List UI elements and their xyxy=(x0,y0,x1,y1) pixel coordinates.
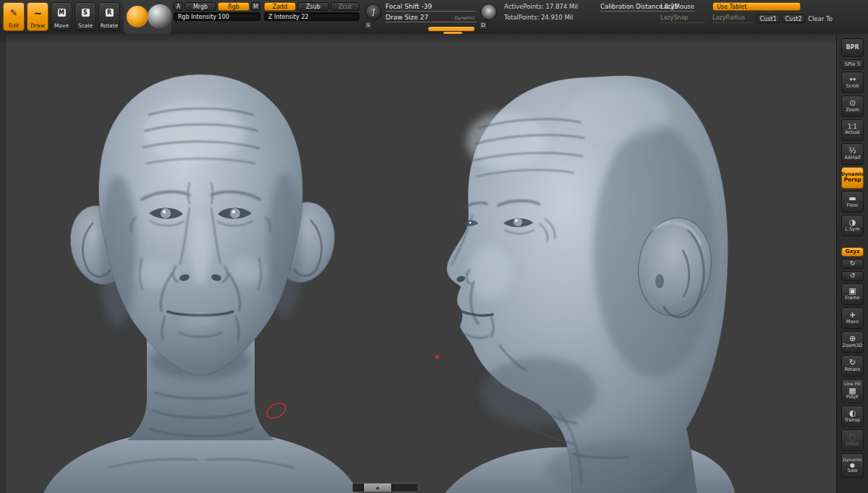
sidebar-frame-button[interactable]: ▣ Frame xyxy=(841,283,864,305)
sidebar-solo-button[interactable]: Dynamic ● Solo xyxy=(841,453,864,478)
sidebar-lsym-button[interactable]: ◑ L.Sym xyxy=(841,215,864,236)
color-a-button[interactable]: A xyxy=(174,2,183,11)
sidebar-bpr-button[interactable]: BPR xyxy=(841,38,864,57)
use-tablet-button[interactable]: Use Tablet xyxy=(712,2,801,11)
cust2-button[interactable]: Cust2 xyxy=(782,14,805,23)
brush-cursor xyxy=(264,400,288,421)
zbrush-app: ✎ Edit ~ Draw M Move S Scale R Rotate A … xyxy=(0,0,868,493)
scale-label: Scale xyxy=(78,23,93,29)
brush-icon: ~ xyxy=(33,3,42,23)
total-points-readout: TotalPoints: 24.910 Mil xyxy=(504,14,573,21)
sidebar-transp-button[interactable]: ◐ Transp xyxy=(841,406,864,427)
scrollbar-handle-icon: ◆ xyxy=(376,485,380,490)
alpha-icon[interactable] xyxy=(480,4,497,20)
zoom3d-label: Zoom3D xyxy=(843,343,863,348)
z-intensity-slider[interactable]: Z Intensity 22 xyxy=(264,12,359,21)
rgb-button[interactable]: Rgb xyxy=(218,2,250,11)
top-shelf: ✎ Edit ~ Draw M Move S Scale R Rotate A … xyxy=(0,0,868,35)
sidebar-zoom3d-button[interactable]: ⊕ Zoom3D xyxy=(841,331,864,353)
rotate-icon: R xyxy=(106,3,114,23)
aahalf-label: AAHalf xyxy=(844,155,860,160)
sidebar-persp-button[interactable]: Dynamic Persp xyxy=(841,167,864,189)
active-points-readout: ActivePoints: 17.874 Mil xyxy=(504,3,578,10)
gxyz-label: Gxyz xyxy=(845,249,859,255)
alpha-badge: D xyxy=(479,21,488,30)
lsym-label: L.Sym xyxy=(846,227,860,232)
stroke-icon[interactable]: ∫ xyxy=(365,4,382,20)
spix-label: SPix 3 xyxy=(845,61,860,67)
stroke-start-marker xyxy=(435,355,439,359)
scale-button[interactable]: S Scale xyxy=(75,2,96,31)
scale-icon: S xyxy=(82,3,90,23)
scroll-label: Scroll xyxy=(846,84,859,89)
sidebar-gxyz-button[interactable]: Gxyz xyxy=(841,247,864,257)
rotate-badge: R xyxy=(106,9,114,17)
scrollbar-left-button[interactable] xyxy=(353,484,364,492)
canvas-scrollbar[interactable]: ◆ xyxy=(352,483,419,492)
sidebar-rotate-cw-button[interactable]: ↻ xyxy=(841,259,864,269)
sidebar-ghost-button[interactable]: ◌ Ghost xyxy=(841,429,864,451)
zoom-label: Zoom xyxy=(846,108,859,113)
right-shelf: BPR SPix 3 ↔ Scroll ⊙ Zoom 1:1 Actual ½ … xyxy=(836,34,868,493)
rotate-button[interactable]: R Rotate xyxy=(98,2,120,31)
sidebar-scroll-button[interactable]: ↔ Scroll xyxy=(841,72,864,93)
sidebar-floor-button[interactable]: ▬ Floor xyxy=(841,191,864,213)
draw-size-indicator-bar xyxy=(428,27,475,31)
edit-pencil-icon: ✎ xyxy=(10,3,17,23)
scrollbar-handle[interactable]: ◆ xyxy=(364,484,392,492)
frame-label: Frame xyxy=(845,296,859,301)
draw-button[interactable]: ~ Draw xyxy=(27,2,48,31)
stroke-badge: S xyxy=(364,21,373,30)
zadd-button[interactable]: Zadd xyxy=(264,2,296,11)
lazy-snap-slider[interactable]: LazySnap xyxy=(660,14,705,23)
m-button[interactable]: M xyxy=(251,2,260,11)
zcut-button[interactable]: Zcut xyxy=(331,2,359,11)
tool-material-well xyxy=(124,0,171,34)
sidebar-move3d-button[interactable]: + Move xyxy=(841,307,864,329)
floor-label: Floor xyxy=(846,203,858,208)
scale-badge: S xyxy=(82,9,90,17)
sidebar-polyframe-button[interactable]: Line Fill ▦ PolyF xyxy=(841,379,864,403)
bpr-label: BPR xyxy=(846,44,859,51)
current-tool-sphere-icon[interactable] xyxy=(127,6,148,27)
transp-label: Transp xyxy=(845,418,860,423)
rotate3d-label: Rotate xyxy=(845,367,860,372)
head-three-quarter xyxy=(445,76,735,493)
cust1-button[interactable]: Cust1 xyxy=(757,14,780,23)
persp-label: Persp xyxy=(843,177,861,184)
move-label: Move xyxy=(54,23,69,29)
draw-label: Draw xyxy=(30,23,45,29)
rotate-cw-icon: ↻ xyxy=(850,260,856,267)
scrollbar-track[interactable] xyxy=(392,484,418,492)
sculpt-render[interactable] xyxy=(0,34,836,493)
actual-label: Actual xyxy=(845,130,859,135)
lazy-mouse-button[interactable]: LazyMouse xyxy=(660,3,694,10)
polyf-label: PolyF xyxy=(846,395,859,400)
material-sphere-icon[interactable] xyxy=(148,4,172,29)
draw-size-label: Draw Size 27 xyxy=(386,14,428,21)
lazy-radius-slider[interactable]: LazyRadius xyxy=(712,14,753,23)
sidebar-actual-button[interactable]: 1:1 Actual xyxy=(841,119,864,141)
sidebar-rotate3d-button[interactable]: ↻ Rotate xyxy=(841,355,864,377)
ghost-label: Ghost xyxy=(846,442,859,447)
edit-label: Edit xyxy=(9,23,20,29)
draw-size-slider[interactable]: Draw Size 27 Dynamic xyxy=(386,13,477,22)
head-front xyxy=(43,74,359,493)
move-badge: M xyxy=(58,9,66,17)
mrgb-button[interactable]: Mrgb xyxy=(184,2,216,11)
sidebar-zoom-button[interactable]: ⊙ Zoom xyxy=(841,95,864,117)
sidebar-aahalf-button[interactable]: ½ AAHalf xyxy=(841,143,864,165)
zsub-button[interactable]: Zsub xyxy=(297,2,329,11)
document-canvas[interactable]: ◆ xyxy=(0,34,836,493)
rotate-ccw-icon: ↺ xyxy=(850,273,856,279)
rgb-intensity-slider[interactable]: Rgb Intensity 100 xyxy=(174,12,260,21)
clear-to-button[interactable]: Clear To xyxy=(808,15,833,22)
sidebar-spix-slider[interactable]: SPix 3 xyxy=(841,59,864,69)
move-button[interactable]: M Move xyxy=(51,2,72,31)
edit-button[interactable]: ✎ Edit xyxy=(3,2,25,31)
sidebar-rotate-ccw-button[interactable]: ↺ xyxy=(841,271,864,281)
move3d-label: Move xyxy=(846,320,859,325)
rotate-label: Rotate xyxy=(101,23,119,29)
focal-shift-slider[interactable]: Focal Shift -39 xyxy=(386,2,477,12)
move-icon: M xyxy=(58,3,66,23)
